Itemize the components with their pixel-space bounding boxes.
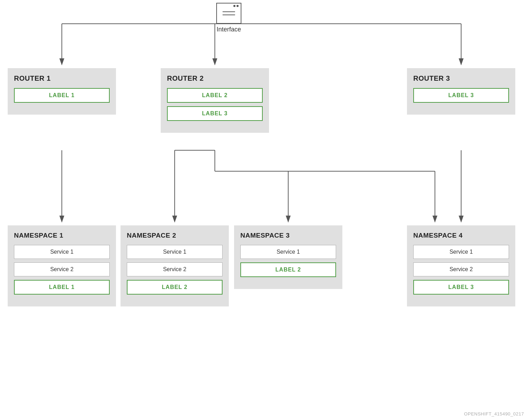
namespace3-box: NAMESPACE 3 Service 1 LABEL 2: [234, 225, 342, 289]
namespace4-box: NAMESPACE 4 Service 1 Service 2 LABEL 3: [407, 225, 515, 306]
router1-title: ROUTER 1: [14, 74, 110, 82]
router2-label1: LABEL 2: [167, 88, 263, 103]
router2-box: ROUTER 2 LABEL 2 LABEL 3: [161, 68, 269, 133]
namespace1-title: NAMESPACE 1: [14, 232, 110, 239]
diagram-container: Interface ROUTER 1 LABEL 1 ROUTER 2 LABE…: [0, 0, 531, 420]
watermark: OPENSHIFT_415490_0217: [464, 411, 524, 417]
namespace2-title: NAMESPACE 2: [127, 232, 223, 239]
router3-title: ROUTER 3: [413, 74, 509, 82]
router3-box: ROUTER 3 LABEL 3: [407, 68, 515, 115]
interface-icon: [216, 3, 241, 24]
interface-icon-line1: [223, 11, 235, 12]
router1-label1: LABEL 1: [14, 88, 110, 103]
ns2-label: LABEL 2: [127, 280, 223, 295]
router2-label2: LABEL 3: [167, 106, 263, 121]
ns3-service1: Service 1: [240, 245, 336, 259]
ns4-service1: Service 1: [413, 245, 509, 259]
interface-node: Interface: [211, 3, 246, 33]
interface-label: Interface: [211, 26, 246, 33]
router1-box: ROUTER 1 LABEL 1: [8, 68, 116, 115]
ns2-service1: Service 1: [127, 245, 223, 259]
router3-label1: LABEL 3: [413, 88, 509, 103]
namespace1-box: NAMESPACE 1 Service 1 Service 2 LABEL 1: [8, 225, 116, 306]
namespace2-box: NAMESPACE 2 Service 1 Service 2 LABEL 2: [121, 225, 229, 306]
router2-title: ROUTER 2: [167, 74, 263, 82]
ns1-service1: Service 1: [14, 245, 110, 259]
namespace4-title: NAMESPACE 4: [413, 232, 509, 239]
namespace3-title: NAMESPACE 3: [240, 232, 336, 239]
ns1-label: LABEL 1: [14, 280, 110, 295]
ns3-label: LABEL 2: [240, 262, 336, 277]
ns1-service2: Service 2: [14, 262, 110, 276]
ns4-service2: Service 2: [413, 262, 509, 276]
ns4-label: LABEL 3: [413, 280, 509, 295]
connector-lines: [0, 0, 531, 420]
ns2-service2: Service 2: [127, 262, 223, 276]
interface-icon-line2: [223, 14, 235, 15]
